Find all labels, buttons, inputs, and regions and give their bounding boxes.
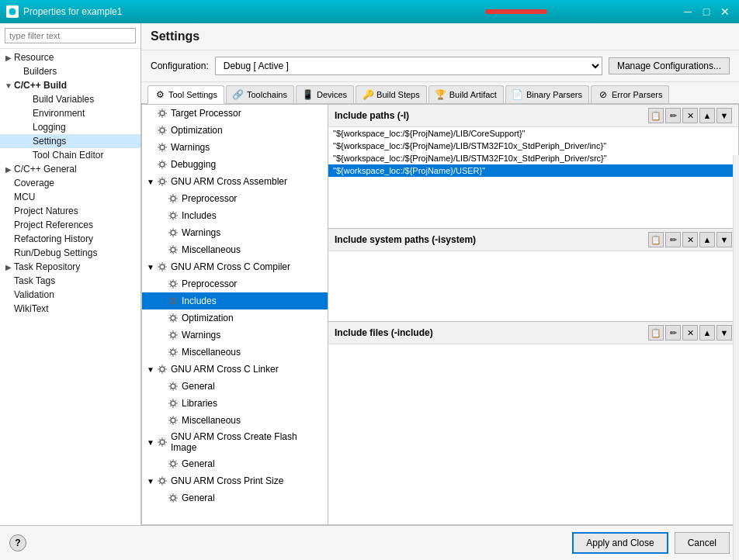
- sidebar-item-task-repository[interactable]: ▶Task Repository: [0, 260, 141, 274]
- tool-item-warnings[interactable]: Warnings: [142, 139, 328, 156]
- tool-item-linker-libraries[interactable]: Libraries: [142, 395, 328, 412]
- tool-tree: Target ProcessorOptimizationWarningsDebu…: [142, 105, 328, 524]
- settings-title: Settings: [141, 23, 739, 50]
- include-path-item[interactable]: "${workspace_loc:/${ProjName}/USER}": [328, 164, 738, 177]
- config-label: Configuration:: [151, 60, 209, 71]
- moveup-syspath-button[interactable]: ▲: [699, 232, 715, 247]
- apply-close-button[interactable]: Apply and Close: [572, 532, 668, 554]
- tab-devices[interactable]: 📱Devices: [296, 85, 354, 103]
- tool-item-asm-preprocessor[interactable]: Preprocessor: [142, 190, 328, 207]
- cancel-button[interactable]: Cancel: [675, 532, 730, 554]
- tab-binary-parsers[interactable]: 📄Binary Parsers: [505, 85, 589, 103]
- tool-item-cc-preprocessor[interactable]: Preprocessor: [142, 275, 328, 292]
- tool-item-optimization[interactable]: Optimization: [142, 122, 328, 139]
- tab-label-tool-settings: Tool Settings: [168, 90, 217, 99]
- tool-item-asm-misc[interactable]: Miscellaneous: [142, 241, 328, 258]
- tool-item-gnu-print[interactable]: ▼GNU ARM Cross Print Size: [142, 472, 328, 489]
- include-paths-header: Include paths (-I) 📋 ✏ ✕ ▲ ▼: [328, 105, 738, 127]
- movedown-syspath-button[interactable]: ▼: [716, 232, 732, 247]
- sidebar-item-refactoring-history[interactable]: Refactoring History: [0, 232, 141, 246]
- sidebar-item-resource[interactable]: ▶Resource: [0, 50, 141, 64]
- sidebar-item-project-references[interactable]: Project References: [0, 218, 141, 232]
- tab-build-artifact[interactable]: 🏆Build Artifact: [428, 85, 504, 103]
- tool-item-flash-general[interactable]: General: [142, 455, 328, 472]
- include-system-paths-list: [328, 251, 738, 321]
- minimize-button[interactable]: ─: [680, 5, 696, 19]
- movedown-file-button[interactable]: ▼: [716, 325, 732, 340]
- sidebar-item-cpp-build[interactable]: ▼C/C++ Build: [0, 78, 141, 92]
- sidebar-label-logging: Logging: [33, 122, 66, 133]
- tool-label-flash-general: General: [182, 458, 215, 469]
- tool-item-cc-includes[interactable]: Includes: [142, 292, 328, 309]
- sidebar-item-logging[interactable]: Logging: [0, 120, 141, 134]
- tab-build-steps[interactable]: 🔑Build Steps: [356, 85, 427, 103]
- tool-item-cc-warnings[interactable]: Warnings: [142, 327, 328, 344]
- edit-file-button[interactable]: ✏: [665, 325, 681, 340]
- filter-input[interactable]: [5, 28, 136, 43]
- sidebar-item-coverage[interactable]: Coverage: [0, 176, 141, 190]
- tool-item-gnu-flash[interactable]: ▼GNU ARM Cross Create Flash Image: [142, 429, 328, 455]
- tool-item-asm-warnings[interactable]: Warnings: [142, 224, 328, 241]
- svg-point-3: [160, 145, 165, 150]
- move-up-button[interactable]: ▲: [699, 108, 715, 123]
- tool-item-linker-misc[interactable]: Miscellaneous: [142, 412, 328, 429]
- sidebar-item-task-tags[interactable]: Task Tags: [0, 274, 141, 288]
- edit-syspath-button[interactable]: ✏: [665, 232, 681, 247]
- sidebar-item-validation[interactable]: Validation: [0, 288, 141, 302]
- sidebar-item-settings[interactable]: Settings: [0, 134, 141, 148]
- sidebar-item-mcu[interactable]: MCU: [0, 190, 141, 204]
- sidebar-item-cpp-general[interactable]: ▶C/C++ General: [0, 162, 141, 176]
- sidebar-label-refactoring-history: Refactoring History: [14, 233, 93, 244]
- tab-error-parsers[interactable]: ⊘Error Parsers: [591, 85, 669, 103]
- help-button[interactable]: ?: [9, 534, 26, 551]
- tool-toggle-gnu-asm: ▼: [145, 178, 156, 186]
- tool-icon-cc-optimization: [167, 312, 179, 324]
- tool-item-asm-includes[interactable]: Includes: [142, 207, 328, 224]
- sidebar-item-wikitext[interactable]: WikiText: [0, 302, 141, 316]
- sidebar-item-build-vars[interactable]: Build Variables: [0, 92, 141, 106]
- edit-path-button[interactable]: ✏: [665, 108, 681, 123]
- svg-point-0: [9, 8, 16, 16]
- sidebar-label-build-vars: Build Variables: [33, 94, 94, 105]
- moveup-file-button[interactable]: ▲: [699, 325, 715, 340]
- include-paths-list: "${workspace_loc:/${ProjName}/LIB/CoreSu…: [328, 127, 738, 228]
- manage-configurations-button[interactable]: Manage Configurations...: [609, 57, 730, 74]
- tool-icon-cc-preprocessor: [167, 278, 179, 290]
- include-path-item[interactable]: "${workspace_loc:/${ProjName}/LIB/STM32F…: [328, 152, 738, 164]
- svg-point-19: [171, 418, 175, 423]
- tab-tool-settings[interactable]: ⚙Tool Settings: [147, 85, 224, 104]
- sidebar-item-builders[interactable]: Builders: [0, 64, 141, 78]
- sidebar-item-environment[interactable]: Environment: [0, 106, 141, 120]
- tool-item-cc-optimization[interactable]: Optimization: [142, 309, 328, 327]
- tool-item-cc-misc[interactable]: Miscellaneous: [142, 344, 328, 361]
- tool-item-gnu-linker[interactable]: ▼GNU ARM Cross C Linker: [142, 361, 328, 378]
- add-syspath-button[interactable]: 📋: [648, 232, 664, 247]
- add-file-button[interactable]: 📋: [648, 325, 664, 340]
- delete-path-button[interactable]: ✕: [682, 108, 698, 123]
- svg-point-6: [171, 196, 175, 201]
- tool-item-print-general[interactable]: General: [142, 489, 328, 506]
- svg-point-21: [171, 461, 175, 466]
- toggle-cpp-build: ▼: [3, 81, 14, 90]
- tool-item-debugging[interactable]: Debugging: [142, 156, 328, 173]
- tool-item-gnu-cc[interactable]: ▼GNU ARM Cross C Compiler: [142, 258, 328, 275]
- delete-file-button[interactable]: ✕: [682, 325, 698, 340]
- move-down-button[interactable]: ▼: [716, 108, 732, 123]
- tool-item-linker-general[interactable]: General: [142, 378, 328, 395]
- sidebar-item-run-debug-settings[interactable]: Run/Debug Settings: [0, 246, 141, 260]
- sidebar-label-coverage: Coverage: [14, 178, 54, 188]
- svg-point-7: [171, 213, 175, 218]
- tool-item-target-processor[interactable]: Target Processor: [142, 105, 328, 122]
- tab-toolchains[interactable]: 🔗Toolchains: [226, 85, 294, 103]
- config-select[interactable]: Debug [ Active ]: [215, 57, 602, 75]
- add-path-button[interactable]: 📋: [648, 108, 664, 123]
- footer-left: ?: [9, 534, 26, 551]
- maximize-button[interactable]: □: [699, 5, 714, 19]
- delete-syspath-button[interactable]: ✕: [682, 232, 698, 247]
- tool-item-gnu-asm[interactable]: ▼GNU ARM Cross Assembler: [142, 173, 328, 190]
- include-path-item[interactable]: "${workspace_loc:/${ProjName}/LIB/STM32F…: [328, 140, 738, 152]
- include-path-item[interactable]: "${workspace_loc:/${ProjName}/LIB/CoreSu…: [328, 127, 738, 140]
- sidebar-item-project-natures[interactable]: Project Natures: [0, 204, 141, 218]
- close-button[interactable]: ✕: [717, 5, 733, 19]
- sidebar-item-tool-chain-editor[interactable]: Tool Chain Editor: [0, 148, 141, 162]
